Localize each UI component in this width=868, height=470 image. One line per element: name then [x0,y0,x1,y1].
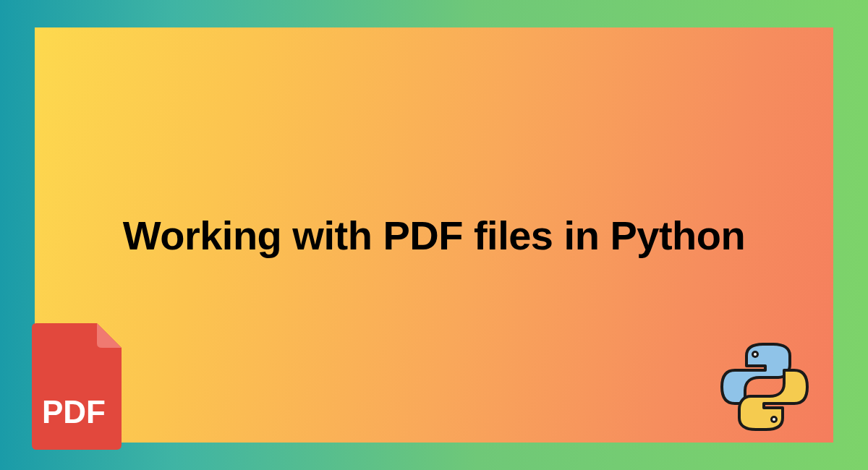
content-card: Working with PDF files in Python PDF [35,27,833,443]
pdf-label: PDF [42,394,106,430]
pdf-file-icon: PDF [25,323,126,450]
gradient-frame: Working with PDF files in Python PDF [0,0,868,470]
svg-point-1 [754,353,757,356]
page-title: Working with PDF files in Python [123,212,745,259]
svg-point-3 [773,418,775,421]
python-logo-icon [718,340,812,434]
